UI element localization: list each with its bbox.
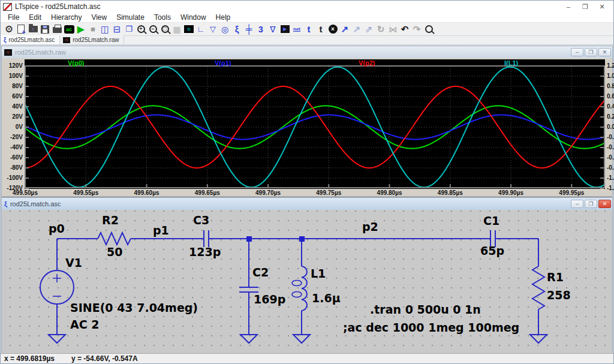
voltage-source-icon[interactable]: ◎ [219, 23, 231, 35]
waveform-restore-button[interactable]: ❐ [585, 48, 597, 56]
resistor-r1[interactable] [532, 266, 544, 309]
ground-symbol[interactable] [240, 335, 257, 343]
net-label-p2[interactable]: p2 [362, 220, 378, 233]
drag-icon[interactable]: ↗ [351, 23, 363, 35]
schematic-minimize-button[interactable]: – [571, 200, 583, 208]
move-icon[interactable]: ↗ [339, 23, 351, 35]
ground-icon[interactable]: ▽ [207, 23, 219, 35]
tab-waveform[interactable]: ≈rod25Lmatch.raw [60, 35, 124, 44]
junction-dot [246, 236, 252, 242]
label-v1-name[interactable]: V1 [65, 256, 82, 269]
label-c3-name[interactable]: C3 [193, 213, 209, 227]
menu-view[interactable]: View [86, 13, 112, 22]
minimize-button[interactable]: – [564, 3, 573, 11]
tran-directive[interactable]: .tran 0 500u 0 1n [370, 303, 481, 316]
legend-I(L1)[interactable]: I(L1) [504, 59, 518, 67]
menu-hierarchy[interactable]: Hierarchy [46, 13, 86, 22]
waveform-close-button[interactable]: ✕ [598, 48, 611, 56]
menu-simulate[interactable]: Simulate [112, 13, 149, 22]
status-y-readout: y = -54.66V, -0.547A [71, 354, 138, 363]
resistor-r2[interactable] [98, 233, 131, 245]
search-icon[interactable] [423, 23, 435, 35]
resistor-icon[interactable]: ξ [231, 23, 243, 35]
pan-icon[interactable]: ▦ [171, 23, 183, 35]
paste-icon[interactable]: ⇗ [363, 23, 375, 35]
label-l1-value[interactable]: 1.6µ [312, 291, 341, 305]
rotate-icon[interactable]: ↻ [375, 23, 387, 35]
inductor-icon[interactable]: 3 [255, 23, 267, 35]
tile-vertical-icon[interactable]: ◫ [99, 23, 111, 35]
save-icon[interactable] [39, 23, 51, 35]
restore-button[interactable]: ❐ [581, 3, 589, 11]
waveform-window-titlebar[interactable]: ≈ rod25Lmatch.raw – ❐ ✕ [2, 46, 612, 58]
label-r2-value[interactable]: 50 [107, 245, 122, 258]
delete-icon[interactable]: × [327, 23, 339, 35]
label-c1-value[interactable]: 65p [480, 244, 504, 257]
capacitor-icon[interactable]: ╪ [243, 23, 255, 35]
tile-horizontal-icon[interactable]: ⊟ [111, 23, 123, 35]
label-v1-ac[interactable]: AC 2 [70, 318, 99, 331]
zoom-in-icon[interactable]: + [135, 23, 147, 35]
schematic-restore-button[interactable]: ❐ [585, 200, 597, 208]
print-icon[interactable] [51, 23, 63, 35]
menu-file[interactable]: File [3, 13, 24, 22]
right-axis-tick: -0.8A [607, 164, 614, 171]
label-c1-name[interactable]: C1 [483, 214, 499, 227]
halt-icon[interactable]: ■ [87, 23, 99, 35]
net-label-icon[interactable]: net [291, 23, 303, 35]
menu-help[interactable]: Help [211, 13, 236, 22]
waveform-pane-icon[interactable]: ≈ [183, 23, 195, 35]
control-panel-icon[interactable]: ⚙ [3, 23, 15, 35]
label-r1-name[interactable]: R1 [547, 270, 564, 284]
waveform-minimize-button[interactable]: – [571, 48, 583, 56]
ac-analysis-icon[interactable]: ac [63, 23, 75, 35]
label-l1-name[interactable]: L1 [311, 267, 326, 280]
ground-symbol[interactable] [530, 335, 547, 343]
schematic-canvas[interactable]: p0 R2 50 p1 C3 123p p2 C2 169p L1 1.6µ C… [2, 210, 612, 353]
inductor-l1[interactable] [302, 266, 307, 311]
label-c2-value[interactable]: 169p [254, 293, 285, 306]
diode-icon[interactable]: ∇ [267, 23, 279, 35]
net-label-p0[interactable]: p0 [49, 222, 65, 235]
label-c3-value[interactable]: 123p [189, 245, 221, 258]
redo-icon[interactable]: ↷ [411, 23, 423, 35]
label-r1-value[interactable]: 258 [547, 288, 571, 302]
schematic-window-titlebar[interactable]: ξ rod25Lmatch.asc – ❐ ✕ [2, 198, 612, 210]
menu-edit[interactable]: Edit [24, 13, 46, 22]
component-icon[interactable]: ▶ [279, 23, 291, 35]
ac-directive[interactable]: ;ac dec 1000 1meg 100meg [343, 321, 519, 334]
close-button[interactable]: ✕ [598, 3, 606, 11]
net-label-p1[interactable]: p1 [153, 224, 169, 237]
text-icon[interactable]: t [303, 23, 315, 35]
capacitor-c2[interactable] [239, 287, 258, 292]
tab-schematic[interactable]: ξrod25Lmatch.asc [1, 35, 60, 44]
ground-symbol[interactable] [293, 335, 310, 343]
open-file-icon[interactable]: ↑ [27, 23, 39, 35]
zoom-out-icon[interactable]: − [147, 23, 159, 35]
waveform-plot[interactable]: V(p0)V(p1)V(p2)I(L1) [25, 59, 605, 189]
capacitor-c3[interactable] [204, 230, 209, 247]
zoom-full-extents-icon[interactable]: □ [159, 23, 171, 35]
legend-V(p0)[interactable]: V(p0) [68, 59, 85, 67]
ground-symbol[interactable] [49, 335, 65, 343]
label-r2-name[interactable]: R2 [102, 213, 119, 227]
menu-window[interactable]: Window [176, 13, 211, 22]
label-c2-name[interactable]: C2 [252, 266, 269, 279]
legend-V(p2)[interactable]: V(p2) [359, 59, 375, 67]
schematic-window: ξ rod25Lmatch.asc – ❐ ✕ [1, 197, 613, 354]
mirror-icon[interactable]: ⋈ [387, 23, 399, 35]
schematic-close-button[interactable]: ✕ [598, 200, 611, 208]
undo-icon[interactable]: ↶ [399, 23, 411, 35]
spice-directive-icon[interactable]: t [315, 23, 327, 35]
left-axis-tick: 60V [2, 93, 23, 100]
run-icon[interactable]: ▶ [75, 23, 87, 35]
wire-icon[interactable]: ∟ [195, 23, 207, 35]
menu-tools[interactable]: Tools [149, 13, 176, 22]
legend-V(p1)[interactable]: V(p1) [215, 59, 231, 67]
schematic-tab-icon: ξ [4, 37, 6, 43]
new-schematic-icon[interactable] [15, 23, 27, 35]
label-v1-sine[interactable]: SINE(0 43 7.04meg) [70, 301, 198, 314]
cascade-windows-icon[interactable]: ❐ [123, 23, 135, 35]
inductor-glyph: 3 [258, 25, 263, 34]
left-axis-tick: -40V [2, 144, 23, 151]
